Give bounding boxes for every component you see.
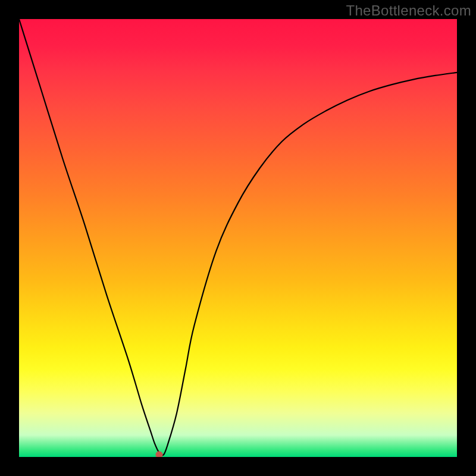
curve-svg [19,19,457,457]
optimum-marker [156,451,163,457]
bottleneck-curve [19,19,457,455]
plot-area [19,19,457,457]
chart-container: TheBottleneck.com [0,0,476,476]
watermark-label: TheBottleneck.com [346,2,471,19]
